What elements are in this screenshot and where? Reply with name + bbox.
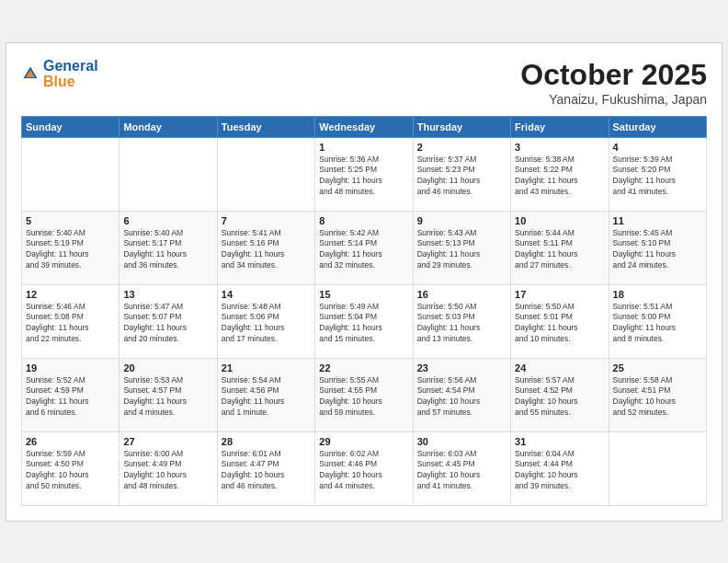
- calendar-cell: 17Sunrise: 5:50 AM Sunset: 5:01 PM Dayli…: [511, 284, 609, 358]
- day-info: Sunrise: 5:51 AM Sunset: 5:00 PM Dayligh…: [613, 302, 702, 346]
- day-number: 2: [417, 142, 506, 153]
- calendar-cell: 25Sunrise: 5:58 AM Sunset: 4:51 PM Dayli…: [609, 358, 706, 431]
- day-number: 28: [222, 436, 311, 447]
- day-number: 16: [417, 289, 506, 300]
- day-info: Sunrise: 5:48 AM Sunset: 5:06 PM Dayligh…: [222, 302, 311, 346]
- month-title: October 2025: [520, 58, 707, 92]
- day-number: 18: [613, 289, 702, 300]
- calendar-cell: 22Sunrise: 5:55 AM Sunset: 4:55 PM Dayli…: [315, 358, 413, 431]
- calendar-cell: 29Sunrise: 6:02 AM Sunset: 4:46 PM Dayli…: [315, 431, 413, 505]
- day-info: Sunrise: 5:49 AM Sunset: 5:04 PM Dayligh…: [319, 302, 408, 346]
- day-number: 24: [515, 362, 604, 373]
- day-info: Sunrise: 5:38 AM Sunset: 5:22 PM Dayligh…: [515, 155, 604, 199]
- calendar-week-1: 5Sunrise: 5:40 AM Sunset: 5:19 PM Daylig…: [22, 211, 707, 284]
- calendar-cell: 7Sunrise: 5:41 AM Sunset: 5:16 PM Daylig…: [217, 211, 314, 284]
- calendar-cell: [22, 137, 119, 211]
- day-number: 15: [319, 289, 408, 300]
- calendar-container: General Blue October 2025 Yanaizu, Fukus…: [6, 42, 722, 522]
- day-number: 8: [319, 215, 408, 226]
- day-info: Sunrise: 5:40 AM Sunset: 5:17 PM Dayligh…: [123, 228, 212, 272]
- calendar-week-0: 1Sunrise: 5:36 AM Sunset: 5:25 PM Daylig…: [22, 137, 707, 211]
- calendar-cell: 9Sunrise: 5:43 AM Sunset: 5:13 PM Daylig…: [413, 211, 510, 284]
- day-number: 10: [515, 215, 604, 226]
- day-number: 27: [123, 436, 212, 447]
- day-number: 6: [123, 215, 212, 226]
- day-number: 19: [26, 362, 115, 373]
- day-info: Sunrise: 5:40 AM Sunset: 5:19 PM Dayligh…: [26, 228, 115, 272]
- day-info: Sunrise: 5:50 AM Sunset: 5:03 PM Dayligh…: [417, 302, 506, 346]
- calendar-cell: 16Sunrise: 5:50 AM Sunset: 5:03 PM Dayli…: [413, 284, 510, 358]
- day-info: Sunrise: 5:36 AM Sunset: 5:25 PM Dayligh…: [319, 155, 408, 199]
- column-header-monday: Monday: [119, 116, 217, 137]
- calendar-cell: 27Sunrise: 6:00 AM Sunset: 4:49 PM Dayli…: [119, 431, 217, 505]
- day-info: Sunrise: 5:43 AM Sunset: 5:13 PM Dayligh…: [417, 228, 506, 272]
- logo-icon: [21, 64, 40, 83]
- day-number: 17: [515, 289, 604, 300]
- day-info: Sunrise: 6:04 AM Sunset: 4:44 PM Dayligh…: [515, 449, 604, 493]
- column-header-wednesday: Wednesday: [315, 116, 413, 137]
- day-number: 20: [123, 362, 212, 373]
- day-info: Sunrise: 6:00 AM Sunset: 4:49 PM Dayligh…: [123, 449, 212, 493]
- logo-text-general: General: [43, 58, 98, 75]
- calendar-cell: 14Sunrise: 5:48 AM Sunset: 5:06 PM Dayli…: [217, 284, 314, 358]
- calendar-header-row: SundayMondayTuesdayWednesdayThursdayFrid…: [22, 116, 707, 137]
- day-info: Sunrise: 5:39 AM Sunset: 5:20 PM Dayligh…: [613, 155, 702, 199]
- calendar-cell: 8Sunrise: 5:42 AM Sunset: 5:14 PM Daylig…: [315, 211, 413, 284]
- calendar-cell: 6Sunrise: 5:40 AM Sunset: 5:17 PM Daylig…: [119, 211, 217, 284]
- day-info: Sunrise: 6:03 AM Sunset: 4:45 PM Dayligh…: [417, 449, 506, 493]
- calendar-cell: 19Sunrise: 5:52 AM Sunset: 4:59 PM Dayli…: [22, 358, 119, 431]
- calendar-cell: 10Sunrise: 5:44 AM Sunset: 5:11 PM Dayli…: [511, 211, 609, 284]
- column-header-saturday: Saturday: [609, 116, 706, 137]
- calendar-table: SundayMondayTuesdayWednesdayThursdayFrid…: [21, 116, 707, 506]
- calendar-cell: 20Sunrise: 5:53 AM Sunset: 4:57 PM Dayli…: [119, 358, 217, 431]
- calendar-cell: [609, 431, 706, 505]
- day-number: 11: [613, 215, 702, 226]
- day-number: 3: [515, 142, 604, 153]
- day-info: Sunrise: 5:45 AM Sunset: 5:10 PM Dayligh…: [613, 228, 702, 272]
- day-info: Sunrise: 5:41 AM Sunset: 5:16 PM Dayligh…: [222, 228, 311, 272]
- day-info: Sunrise: 6:02 AM Sunset: 4:46 PM Dayligh…: [319, 449, 408, 493]
- column-header-tuesday: Tuesday: [217, 116, 314, 137]
- day-info: Sunrise: 5:50 AM Sunset: 5:01 PM Dayligh…: [515, 302, 604, 346]
- calendar-cell: 24Sunrise: 5:57 AM Sunset: 4:52 PM Dayli…: [511, 358, 609, 431]
- day-info: Sunrise: 5:37 AM Sunset: 5:23 PM Dayligh…: [417, 155, 506, 199]
- day-info: Sunrise: 5:42 AM Sunset: 5:14 PM Dayligh…: [319, 228, 408, 272]
- calendar-cell: 28Sunrise: 6:01 AM Sunset: 4:47 PM Dayli…: [217, 431, 314, 505]
- day-number: 13: [123, 289, 212, 300]
- logo-text-blue: Blue: [43, 74, 98, 90]
- column-header-sunday: Sunday: [22, 116, 119, 137]
- day-info: Sunrise: 6:01 AM Sunset: 4:47 PM Dayligh…: [222, 449, 311, 493]
- day-number: 22: [319, 362, 408, 373]
- day-number: 9: [417, 215, 506, 226]
- day-info: Sunrise: 5:52 AM Sunset: 4:59 PM Dayligh…: [26, 375, 115, 419]
- calendar-cell: 1Sunrise: 5:36 AM Sunset: 5:25 PM Daylig…: [315, 137, 413, 211]
- column-header-thursday: Thursday: [413, 116, 510, 137]
- day-number: 26: [26, 436, 115, 447]
- day-info: Sunrise: 5:53 AM Sunset: 4:57 PM Dayligh…: [123, 375, 212, 419]
- calendar-cell: 26Sunrise: 5:59 AM Sunset: 4:50 PM Dayli…: [22, 431, 119, 505]
- header-area: General Blue October 2025 Yanaizu, Fukus…: [21, 58, 707, 107]
- calendar-cell: [217, 137, 314, 211]
- calendar-cell: 13Sunrise: 5:47 AM Sunset: 5:07 PM Dayli…: [119, 284, 217, 358]
- day-info: Sunrise: 5:58 AM Sunset: 4:51 PM Dayligh…: [613, 375, 702, 419]
- day-number: 21: [222, 362, 311, 373]
- calendar-cell: 12Sunrise: 5:46 AM Sunset: 5:08 PM Dayli…: [22, 284, 119, 358]
- calendar-week-4: 26Sunrise: 5:59 AM Sunset: 4:50 PM Dayli…: [22, 431, 707, 505]
- day-number: 7: [222, 215, 311, 226]
- day-number: 1: [319, 142, 408, 153]
- day-info: Sunrise: 5:56 AM Sunset: 4:54 PM Dayligh…: [417, 375, 506, 419]
- column-header-friday: Friday: [511, 116, 609, 137]
- calendar-cell: 23Sunrise: 5:56 AM Sunset: 4:54 PM Dayli…: [413, 358, 510, 431]
- calendar-week-2: 12Sunrise: 5:46 AM Sunset: 5:08 PM Dayli…: [22, 284, 707, 358]
- calendar-cell: 18Sunrise: 5:51 AM Sunset: 5:00 PM Dayli…: [609, 284, 706, 358]
- calendar-cell: 5Sunrise: 5:40 AM Sunset: 5:19 PM Daylig…: [22, 211, 119, 284]
- location-subtitle: Yanaizu, Fukushima, Japan: [520, 92, 707, 107]
- day-number: 25: [613, 362, 702, 373]
- calendar-cell: 2Sunrise: 5:37 AM Sunset: 5:23 PM Daylig…: [413, 137, 510, 211]
- day-number: 30: [417, 436, 506, 447]
- day-number: 5: [26, 215, 115, 226]
- day-info: Sunrise: 5:47 AM Sunset: 5:07 PM Dayligh…: [123, 302, 212, 346]
- day-info: Sunrise: 5:57 AM Sunset: 4:52 PM Dayligh…: [515, 375, 604, 419]
- calendar-cell: 30Sunrise: 6:03 AM Sunset: 4:45 PM Dayli…: [413, 431, 510, 505]
- day-number: 23: [417, 362, 506, 373]
